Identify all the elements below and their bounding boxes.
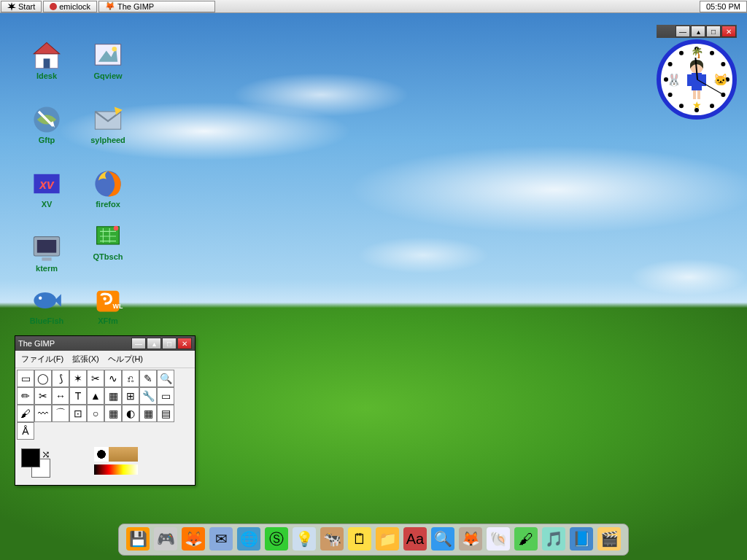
desktop-icon-bluefish[interactable]: BlueFish xyxy=(25,286,69,325)
maximize-button[interactable]: □ xyxy=(162,338,177,349)
minimize-button[interactable]: — xyxy=(676,26,690,37)
dock-search[interactable]: 🔍 xyxy=(431,527,454,551)
clock-face: 🐰 🐱 🌴 ★ xyxy=(657,39,737,120)
tool-fuzzy-select[interactable]: ✶ xyxy=(69,370,87,387)
tool-paintbrush[interactable]: 🖌 xyxy=(17,405,34,422)
tool-perspective[interactable]: Å xyxy=(17,422,34,440)
tool-flip[interactable]: T xyxy=(69,387,87,405)
taskbar-gimp[interactable]: 🦊 The GIMP xyxy=(98,1,215,12)
tool-magnify[interactable]: 🔍 xyxy=(157,370,174,387)
tool-blend[interactable]: ⊞ xyxy=(122,387,139,405)
dock-gimp[interactable]: 🦊 xyxy=(459,527,482,551)
close-button[interactable]: ✕ xyxy=(177,338,192,349)
tool-airbrush[interactable]: ⌒ xyxy=(52,405,69,422)
maximize-button[interactable]: □ xyxy=(706,26,721,37)
menu-help[interactable]: ヘルプ(H) xyxy=(104,352,147,366)
start-button[interactable]: Start xyxy=(1,1,42,12)
desktop-icon-xv[interactable]: xvXV xyxy=(25,169,69,209)
dock-gamepad[interactable]: 🎮 xyxy=(154,527,177,551)
dock-movie[interactable]: 🎬 xyxy=(597,527,621,551)
icon-label: XV xyxy=(25,200,69,209)
brush-pattern-gradient[interactable] xyxy=(94,447,138,479)
dock-firefox[interactable]: 🦊 xyxy=(182,527,205,551)
swap-colors-icon[interactable]: ⤭ xyxy=(42,448,50,460)
tool-bucket[interactable]: ▦ xyxy=(104,387,122,405)
tool-by-color[interactable]: ✂ xyxy=(87,370,104,387)
task-label: emiclock xyxy=(59,2,90,11)
svg-rect-14 xyxy=(37,240,56,253)
idesk-icon xyxy=(31,41,63,70)
svg-text:xv: xv xyxy=(39,177,55,192)
gimp-titlebar[interactable]: The GIMP — ▴ □ ✕ xyxy=(15,336,195,351)
fg-bg-swatch[interactable]: ⤭ xyxy=(21,448,50,478)
tool-color-picker[interactable]: ✎ xyxy=(139,370,157,387)
shade-button[interactable]: ▴ xyxy=(691,26,705,37)
desktop-icon-qtbsch[interactable]: QTbsch xyxy=(86,222,130,261)
shade-button[interactable]: ▴ xyxy=(147,338,161,349)
gimp-color-area: ⤭ xyxy=(15,441,195,485)
svg-rect-29 xyxy=(697,90,700,99)
desktop-icon-gftp[interactable]: Gftp xyxy=(25,105,69,144)
tool-heal[interactable]: ▤ xyxy=(157,405,174,422)
close-button[interactable]: ✕ xyxy=(721,26,736,37)
tool-blur[interactable]: ○ xyxy=(87,405,104,422)
tool-clone[interactable]: ⊡ xyxy=(69,405,87,422)
tool-ellipse-select[interactable]: ◯ xyxy=(34,370,52,387)
tool-smudge[interactable]: ◐ xyxy=(122,405,139,422)
dock-dict[interactable]: Aa xyxy=(403,527,427,551)
icon-label: Gftp xyxy=(25,136,69,144)
fg-color[interactable] xyxy=(21,448,40,467)
minimize-button[interactable]: — xyxy=(131,338,146,349)
tool-text[interactable]: ▲ xyxy=(87,387,104,405)
skype-icon: Ⓢ xyxy=(269,529,284,549)
taskbar-emiclock[interactable]: emiclock xyxy=(43,1,97,12)
dock-klip[interactable]: 📘 xyxy=(570,527,593,551)
dock-bulb[interactable]: 💡 xyxy=(293,527,316,551)
tool-eraser[interactable]: ▦ xyxy=(139,405,157,422)
icon-label: kterm xyxy=(25,264,69,273)
emiclock-titlebar[interactable]: — ▴ □ ✕ xyxy=(657,25,737,38)
tool-paths[interactable]: ⎌ xyxy=(122,370,139,387)
dock-note[interactable]: 🗒 xyxy=(348,527,371,551)
desktop-icon-kterm[interactable]: kterm xyxy=(25,233,69,273)
tool-move[interactable]: ↔ xyxy=(52,387,69,405)
dock-drive[interactable]: 💾 xyxy=(126,527,150,551)
dock-paint[interactable]: 🖌 xyxy=(514,527,538,551)
tool-measure[interactable]: 🔧 xyxy=(139,387,157,405)
dock-mail[interactable]: ✉ xyxy=(209,527,233,551)
clock-tick xyxy=(679,51,684,55)
desktop-icon-xffm[interactable]: WLXFfm xyxy=(86,286,130,325)
tool-pencil[interactable]: ✏ xyxy=(17,387,34,405)
tool-crop[interactable]: ✂ xyxy=(34,387,52,405)
dock-globe[interactable]: 🌐 xyxy=(237,527,260,551)
menu-xtns[interactable]: 拡張(X) xyxy=(68,352,104,366)
svg-rect-15 xyxy=(42,257,51,260)
dock-toy[interactable]: 🐄 xyxy=(320,527,344,551)
tool-rect-select[interactable]: ▭ xyxy=(17,370,34,387)
clock-tick xyxy=(721,62,725,66)
xv-icon: xv xyxy=(31,169,63,198)
dock-shell[interactable]: 🐚 xyxy=(487,527,510,551)
search-icon: 🔍 xyxy=(434,530,452,548)
kterm-icon xyxy=(31,233,63,262)
dock-skype[interactable]: Ⓢ xyxy=(265,527,288,551)
tool-dodge[interactable]: ▦ xyxy=(104,405,122,422)
tool-ink[interactable]: 〰 xyxy=(34,405,52,422)
movie-icon: 🎬 xyxy=(600,530,619,548)
clock-tick xyxy=(710,51,714,55)
desktop-icon-idesk[interactable]: Idesk xyxy=(25,41,69,80)
desktop-icon-gqview[interactable]: Gqview xyxy=(86,41,130,80)
icon-label: XFfm xyxy=(86,316,130,325)
gimp-toolgrid: ▭◯⟆✶✂∿⎌✎🔍✏✂↔T▲▦⊞🔧▭🖌〰⌒⊡○▦◐▦▤Å xyxy=(15,368,195,441)
dock-music[interactable]: 🎵 xyxy=(542,527,565,551)
desktop-icon-sylpheed[interactable]: sylpheed xyxy=(86,105,130,144)
emiclock-window[interactable]: — ▴ □ ✕ 🐰 🐱 🌴 ★ xyxy=(657,25,737,120)
menu-file[interactable]: ファイル(F) xyxy=(17,352,68,366)
dock-folder[interactable]: 📁 xyxy=(376,527,399,551)
tool-free-select[interactable]: ⟆ xyxy=(52,370,69,387)
desktop-icon-firefox[interactable]: firefox xyxy=(86,169,130,209)
icon-label: sylpheed xyxy=(86,136,130,144)
gimp-icon: 🦊 xyxy=(462,530,480,548)
tool-scissors[interactable]: ∿ xyxy=(104,370,122,387)
tool-rotate[interactable]: ▭ xyxy=(157,387,174,405)
